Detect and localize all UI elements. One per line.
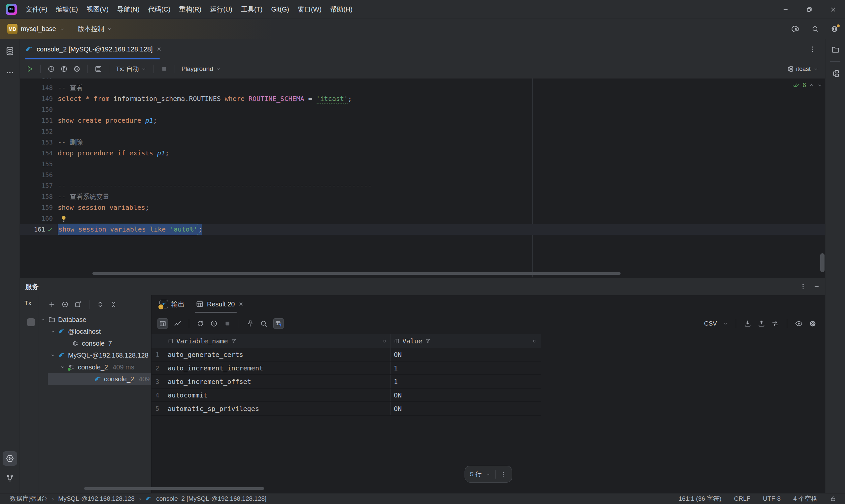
find-in-grid-icon[interactable] xyxy=(260,320,268,327)
menu-item[interactable]: 运行(U) xyxy=(206,0,237,18)
cell-variable-name[interactable]: automatic_sp_privileges xyxy=(165,402,390,415)
page-size-widget[interactable]: 5 行 xyxy=(464,466,512,483)
tree-item-@localhost[interactable]: @localhost xyxy=(20,326,151,338)
menu-item[interactable]: 窗口(W) xyxy=(294,0,326,18)
menu-item[interactable]: 编辑(E) xyxy=(52,0,83,18)
indent-setting[interactable]: 4 个空格 xyxy=(793,494,817,503)
sql-editor[interactable]: 147148-- 查看149select * from information_… xyxy=(20,78,825,277)
expand-all-icon[interactable] xyxy=(96,301,104,308)
tab-result-20[interactable]: Result 20 xyxy=(196,300,244,308)
search-icon[interactable] xyxy=(811,25,819,33)
menu-item[interactable]: 重构(R) xyxy=(175,0,206,18)
breadcrumb-datasource[interactable]: MySQL-@192.168.128.128 xyxy=(58,495,135,502)
filter-icon[interactable] xyxy=(425,338,431,344)
collapse-all-icon[interactable] xyxy=(110,301,118,308)
services-toolwindow-button[interactable] xyxy=(3,451,17,466)
chevron-down-icon[interactable] xyxy=(50,353,55,358)
table-row[interactable]: 5automatic_sp_privilegesON xyxy=(152,402,541,416)
lock-icon[interactable] xyxy=(830,496,837,502)
query-history-icon[interactable] xyxy=(210,320,218,327)
services-horizontal-scrollbar[interactable] xyxy=(84,487,264,490)
cell-variable-name[interactable]: auto_generate_certs xyxy=(165,348,390,361)
settings-gear-icon[interactable] xyxy=(830,25,839,33)
view-as-table-button[interactable] xyxy=(157,318,168,329)
view-options-icon[interactable] xyxy=(795,320,803,327)
chevron-down-icon[interactable] xyxy=(817,83,823,88)
refresh-icon[interactable] xyxy=(196,320,204,327)
menu-item[interactable]: Git(G) xyxy=(267,0,294,18)
menu-item[interactable]: 代码(C) xyxy=(144,0,175,18)
chevron-down-icon[interactable] xyxy=(60,364,65,370)
column-header-variable-name[interactable]: Variable_name xyxy=(165,334,390,348)
menu-item[interactable]: 视图(V) xyxy=(82,0,113,18)
vcs-widget[interactable]: 版本控制 xyxy=(78,24,112,33)
menu-item[interactable]: 帮助(H) xyxy=(326,0,357,18)
playground-selector[interactable]: Playground xyxy=(181,65,221,73)
cell-value[interactable]: ON xyxy=(390,389,540,401)
window-restore-button[interactable] xyxy=(797,0,821,19)
tab-output[interactable]: 输出 xyxy=(159,300,184,309)
add-icon[interactable] xyxy=(48,301,56,308)
grid-settings-icon[interactable] xyxy=(809,320,816,327)
tab-console-2[interactable]: console_2 [MySQL-@192.168.128.128] xyxy=(25,45,162,53)
cell-value[interactable]: ON xyxy=(390,348,540,361)
cell-variable-name[interactable]: auto_increment_offset xyxy=(165,375,390,388)
caret-position[interactable]: 161:1 (36 字符) xyxy=(679,494,722,503)
window-close-button[interactable] xyxy=(821,0,845,19)
table-row[interactable]: 4autocommitON xyxy=(152,389,541,402)
menu-item[interactable]: 文件(F) xyxy=(21,0,52,18)
chevron-up-icon[interactable] xyxy=(809,83,814,88)
database-toolwindow-icon[interactable] xyxy=(5,46,15,56)
git-toolwindow-icon[interactable] xyxy=(6,474,14,483)
table-row[interactable]: 1auto_generate_certsON xyxy=(152,348,541,361)
inspections-widget[interactable]: 6 xyxy=(792,82,823,89)
line-ending[interactable]: CRLF xyxy=(734,495,751,502)
cell-value[interactable]: 1 xyxy=(390,375,540,388)
database-explorer-icon[interactable] xyxy=(831,69,840,78)
tab-options-icon[interactable] xyxy=(809,46,816,53)
execution-pl-icon[interactable] xyxy=(60,65,68,73)
open-in-new-tab-icon[interactable] xyxy=(74,301,82,308)
tree-item-Database[interactable]: Database xyxy=(20,314,151,326)
filter-icon[interactable] xyxy=(231,338,237,344)
cell-value[interactable]: ON xyxy=(390,402,540,415)
tab-close-icon[interactable] xyxy=(238,302,244,307)
column-header-value[interactable]: Value xyxy=(390,334,540,348)
export-format-label[interactable]: CSV xyxy=(704,320,717,327)
menu-item[interactable]: 工具(T) xyxy=(237,0,267,18)
panel-options-icon[interactable] xyxy=(799,283,807,290)
cell-variable-name[interactable]: auto_increment_increment xyxy=(165,361,390,374)
import-upload-icon[interactable] xyxy=(758,320,765,327)
tx-filter-button[interactable]: Tx xyxy=(24,300,31,307)
menu-item[interactable]: 导航(N) xyxy=(113,0,144,18)
filter-rows-button[interactable] xyxy=(273,318,284,329)
tree-item-MySQL-@192.168.128.128[interactable]: MySQL-@192.168.128.128 xyxy=(20,349,151,361)
compare-icon[interactable] xyxy=(771,320,779,327)
editor-vertical-scrollbar[interactable] xyxy=(820,253,825,272)
table-row[interactable]: 3auto_increment_offset1 xyxy=(152,375,541,389)
console-settings-icon[interactable] xyxy=(73,65,81,73)
more-options-icon[interactable] xyxy=(500,471,507,478)
table-row[interactable]: 2auto_increment_increment1 xyxy=(152,361,541,375)
in-editor-results-icon[interactable] xyxy=(94,65,102,73)
chevron-down-icon[interactable] xyxy=(40,317,46,322)
tab-close-icon[interactable] xyxy=(156,47,162,52)
window-minimize-button[interactable] xyxy=(774,0,797,19)
more-toolwindows-icon[interactable] xyxy=(6,68,14,77)
editor-horizontal-scrollbar[interactable] xyxy=(92,272,620,275)
chevron-down-icon[interactable] xyxy=(50,329,55,334)
panel-minimize-icon[interactable] xyxy=(813,283,820,290)
lightbulb-icon[interactable] xyxy=(60,215,67,222)
export-download-icon[interactable] xyxy=(744,320,752,327)
chart-view-icon[interactable] xyxy=(174,320,181,327)
project-widget[interactable]: MB mysql_base xyxy=(7,24,65,34)
breadcrumb-root[interactable]: 数据库控制台 xyxy=(10,494,48,503)
breadcrumb-console[interactable]: console_2 [MySQL-@192.168.128.128] xyxy=(156,495,266,502)
cell-variable-name[interactable]: autocommit xyxy=(165,389,390,401)
files-toolwindow-icon[interactable] xyxy=(831,46,840,54)
chevron-down-icon[interactable] xyxy=(723,321,728,326)
run-icon[interactable] xyxy=(26,65,34,73)
sort-icon[interactable] xyxy=(382,338,387,344)
tree-item-console_2[interactable]: console_2409 ms xyxy=(20,373,151,385)
file-encoding[interactable]: UTF-8 xyxy=(763,495,781,502)
